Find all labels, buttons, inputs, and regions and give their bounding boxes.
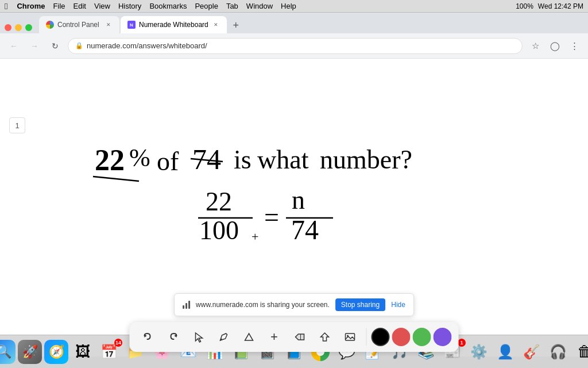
- svg-text:22: 22: [206, 187, 232, 216]
- svg-marker-19: [245, 334, 253, 340]
- address-bar-right: ☆ ◯ ⋮: [527, 38, 582, 54]
- dock-garageband[interactable]: 🎸: [520, 340, 544, 364]
- svg-line-2: [93, 177, 139, 181]
- menu-edit[interactable]: Edit: [74, 2, 86, 10]
- menu-file[interactable]: File: [53, 2, 65, 10]
- stop-sharing-button[interactable]: Stop sharing: [335, 298, 385, 311]
- color-red-button[interactable]: [392, 328, 411, 346]
- svg-text:+: +: [252, 229, 258, 244]
- dock-calendar[interactable]: 📅: [97, 340, 121, 364]
- menu-button[interactable]: ⋮: [566, 38, 582, 54]
- menu-help[interactable]: Help: [281, 2, 296, 10]
- maximize-window-button[interactable]: [25, 24, 32, 31]
- sharing-indicator: [183, 301, 190, 309]
- drawing-toolbar: +: [130, 322, 459, 352]
- add-tool-button[interactable]: +: [263, 325, 286, 348]
- address-bar: ← → ↻ 🔒 numerade.com/answers/whiteboard/…: [0, 33, 588, 59]
- tab-close-whiteboard[interactable]: ✕: [212, 21, 220, 29]
- svg-text:74: 74: [291, 214, 319, 245]
- svg-text:number?: number?: [320, 145, 412, 174]
- dock-spotify[interactable]: 🎧: [546, 340, 570, 364]
- dock-preview[interactable]: 🖼: [71, 340, 95, 364]
- svg-text:what: what: [257, 145, 309, 174]
- dock-settings[interactable]: ⚙️: [467, 340, 491, 364]
- tab-control-panel[interactable]: Control Panel ✕: [39, 16, 119, 33]
- menubar-battery: 100%: [516, 2, 533, 10]
- sharing-text: www.numerade.com is sharing your screen.: [196, 301, 330, 309]
- tab-label-whiteboard: Numerade Whiteboard: [139, 21, 208, 29]
- color-purple-button[interactable]: [434, 328, 452, 346]
- pen-tool-button[interactable]: [212, 325, 235, 348]
- svg-text:100: 100: [199, 216, 239, 245]
- menu-bar:  Chrome File Edit View History Bookmark…: [0, 0, 588, 13]
- image-tool-button[interactable]: [339, 325, 362, 348]
- svg-text:n: n: [292, 185, 305, 214]
- tab-favicon-chrome: [46, 21, 54, 29]
- menu-history[interactable]: History: [118, 2, 141, 10]
- sharing-banner: www.numerade.com is sharing your screen.…: [174, 293, 414, 316]
- address-input[interactable]: 🔒 numerade.com/answers/whiteboard/: [68, 38, 523, 54]
- apple-menu[interactable]: : [5, 1, 7, 11]
- whiteboard-area: 1 22 % of 74 is what: [0, 59, 588, 356]
- dock-finder[interactable]: 🔍: [0, 340, 16, 364]
- toolbar-separator: [366, 328, 367, 346]
- forward-button[interactable]: →: [26, 38, 42, 54]
- close-window-button[interactable]: [5, 24, 11, 31]
- minimize-window-button[interactable]: [15, 24, 22, 31]
- menu-chrome[interactable]: Chrome: [17, 2, 45, 10]
- svg-text:22: 22: [95, 144, 125, 177]
- color-black-button[interactable]: [372, 328, 390, 346]
- tab-close-control-panel[interactable]: ✕: [105, 21, 113, 29]
- dock-contacts[interactable]: 👤: [493, 340, 517, 364]
- eraser-button[interactable]: [288, 325, 311, 348]
- dock-launchpad[interactable]: 🚀: [18, 340, 42, 364]
- lock-icon: 🔒: [75, 42, 83, 49]
- select-tool-button[interactable]: [187, 325, 210, 348]
- menu-window[interactable]: Window: [246, 2, 273, 10]
- svg-rect-22: [346, 334, 355, 340]
- bar1: [183, 305, 184, 309]
- refresh-button[interactable]: ↻: [47, 38, 63, 54]
- svg-marker-18: [175, 334, 177, 338]
- svg-marker-21: [321, 333, 329, 341]
- sharing-bars-icon: [183, 301, 190, 309]
- back-button[interactable]: ←: [6, 38, 22, 54]
- new-tab-button[interactable]: +: [228, 17, 244, 33]
- menubar-right: 100% Wed 12:42 PM: [516, 2, 583, 10]
- arrow-tool-button[interactable]: [314, 325, 336, 348]
- menu-tab[interactable]: Tab: [226, 2, 238, 10]
- tab-label-control-panel: Control Panel: [57, 21, 99, 29]
- svg-text:%: %: [129, 144, 150, 172]
- dock-safari[interactable]: 🧭: [44, 340, 68, 364]
- menu-view[interactable]: View: [94, 2, 110, 10]
- bookmark-star-button[interactable]: ☆: [527, 38, 543, 54]
- svg-text:of: of: [157, 147, 179, 176]
- url-text: numerade.com/answers/whiteboard/: [87, 41, 207, 50]
- svg-text:is: is: [234, 145, 252, 174]
- svg-text:=: =: [264, 202, 279, 232]
- menu-people[interactable]: People: [195, 2, 218, 10]
- undo-button[interactable]: [137, 325, 160, 348]
- menubar-time: Wed 12:42 PM: [538, 2, 583, 10]
- profile-button[interactable]: ◯: [547, 38, 563, 54]
- hide-button[interactable]: Hide: [391, 301, 405, 309]
- dock-trash[interactable]: 🗑: [572, 340, 588, 364]
- menu-bookmarks[interactable]: Bookmarks: [149, 2, 187, 10]
- bar2: [185, 303, 187, 309]
- shape-tool-button[interactable]: [238, 325, 261, 348]
- bar3: [188, 301, 190, 309]
- tab-bar: Control Panel ✕ N Numerade Whiteboard ✕ …: [0, 13, 588, 33]
- browser-window: Control Panel ✕ N Numerade Whiteboard ✕ …: [0, 13, 588, 356]
- svg-marker-17: [145, 334, 147, 338]
- redo-button[interactable]: [162, 325, 185, 348]
- color-green-button[interactable]: [413, 328, 431, 346]
- tab-numerade-whiteboard[interactable]: N Numerade Whiteboard ✕: [121, 16, 227, 33]
- tab-favicon-numerade: N: [127, 21, 136, 29]
